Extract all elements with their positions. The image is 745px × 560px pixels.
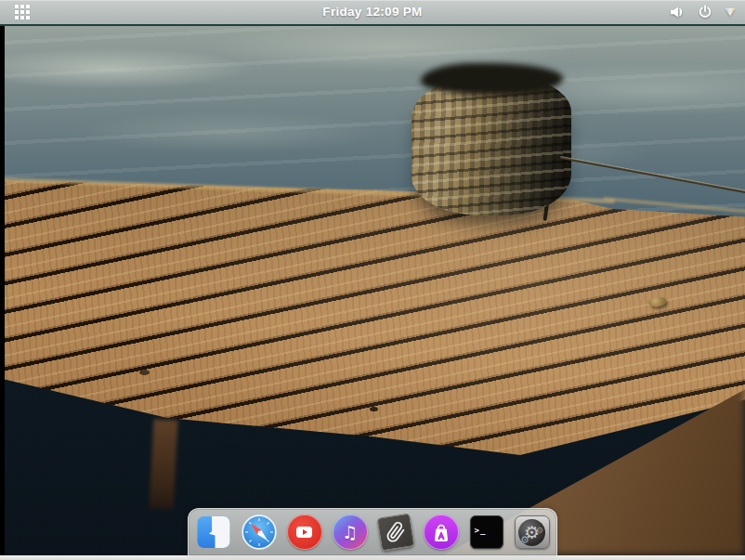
bottom-edge-strip: [0, 555, 745, 560]
clock-indicator[interactable]: Friday 12:09 PM: [0, 0, 745, 24]
mooring-rope-line: [560, 156, 745, 195]
wood-debris: [139, 370, 150, 375]
settings-gears-icon: ⚙ ⚙ ⚙: [515, 515, 550, 549]
compass-browser-icon: [242, 514, 277, 550]
music-note-icon: ♫: [342, 524, 358, 541]
power-icon[interactable]: [698, 5, 712, 20]
terminal-icon: >_: [470, 515, 503, 549]
dock-item-system-settings[interactable]: ⚙ ⚙ ⚙: [515, 514, 550, 550]
session-indicator-triangle-icon[interactable]: [725, 7, 736, 17]
dock-pole: [150, 419, 178, 509]
dock-item-terminal[interactable]: >_: [469, 514, 504, 550]
mooring-rope-coil: [412, 76, 571, 215]
top-panel: Friday 12:09 PM: [0, 0, 745, 26]
desktop-wallpaper: [0, 26, 745, 555]
wood-debris: [370, 407, 378, 411]
dock-item-music[interactable]: ♫: [333, 514, 368, 550]
dock-item-youtube[interactable]: [287, 514, 322, 550]
files-icon: [196, 514, 231, 550]
panel-indicators: [669, 0, 736, 24]
dock-item-web-browser[interactable]: [242, 514, 277, 550]
youtube-play-icon: [296, 527, 312, 538]
dock-item-appcenter[interactable]: [424, 514, 459, 550]
dock: ♫ >_ ⚙ ⚙ ⚙: [188, 508, 557, 555]
terminal-prompt-glyph: >_: [475, 526, 487, 535]
dock-item-files[interactable]: [196, 514, 231, 550]
dock-item-attachments[interactable]: [378, 514, 413, 550]
water-background: [5, 26, 745, 555]
volume-icon[interactable]: [669, 5, 686, 20]
shopping-bag-icon: [424, 514, 459, 550]
paperclip-icon: [376, 513, 414, 551]
